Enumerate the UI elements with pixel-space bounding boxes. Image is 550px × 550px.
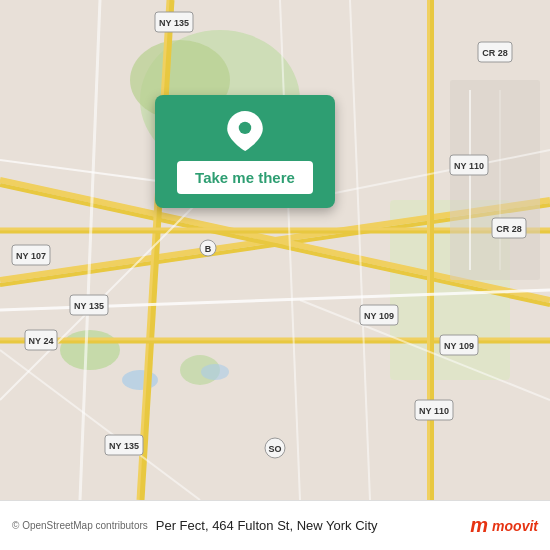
svg-text:NY 24: NY 24 — [29, 336, 54, 346]
location-card: Take me there — [155, 95, 335, 208]
copyright-text: © OpenStreetMap contributors — [12, 520, 148, 531]
address-text: Per Fect, 464 Fulton St, New York City — [156, 518, 471, 533]
location-pin-icon — [225, 111, 265, 151]
moovit-initial: m — [470, 514, 488, 537]
svg-rect-20 — [450, 80, 540, 280]
svg-text:NY 110: NY 110 — [454, 161, 484, 171]
svg-text:NY 109: NY 109 — [364, 311, 394, 321]
svg-text:NY 109: NY 109 — [444, 341, 474, 351]
take-me-there-button[interactable]: Take me there — [177, 161, 313, 194]
moovit-logo: m moovit — [470, 514, 538, 537]
svg-text:CR 28: CR 28 — [496, 224, 522, 234]
svg-point-4 — [60, 330, 120, 370]
svg-point-6 — [122, 370, 158, 390]
bottom-bar: © OpenStreetMap contributors Per Fect, 4… — [0, 500, 550, 550]
svg-text:NY 135: NY 135 — [74, 301, 104, 311]
map-container: NY 135 NY 135 NY 135 NY 107 NY 24 NY 110… — [0, 0, 550, 500]
svg-text:NY 110: NY 110 — [419, 406, 449, 416]
svg-text:NY 135: NY 135 — [109, 441, 139, 451]
svg-text:SO: SO — [268, 444, 281, 454]
svg-text:NY 135: NY 135 — [159, 18, 189, 28]
svg-text:CR 28: CR 28 — [482, 48, 508, 58]
moovit-wordmark: moovit — [492, 518, 538, 534]
svg-text:NY 107: NY 107 — [16, 251, 46, 261]
svg-text:B: B — [205, 244, 212, 254]
svg-point-7 — [201, 364, 229, 380]
svg-point-58 — [239, 122, 251, 134]
